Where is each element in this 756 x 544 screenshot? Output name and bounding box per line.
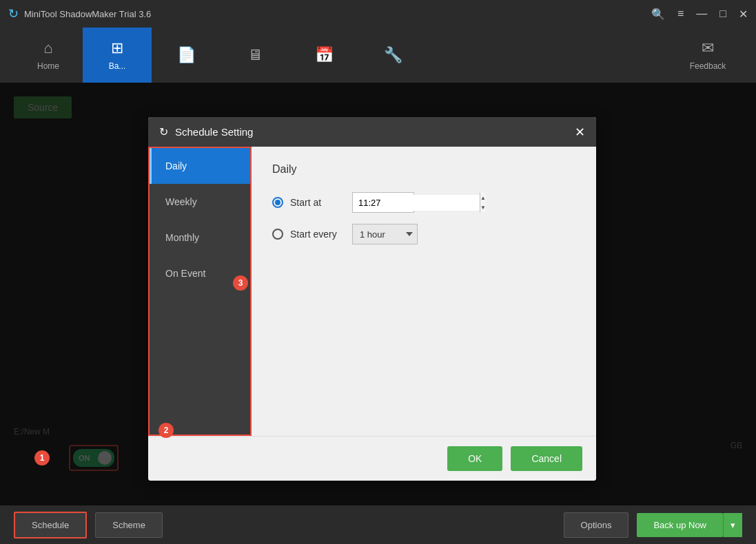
section-title: Daily [272, 163, 575, 176]
title-bar-left: ↻ MiniTool ShadowMaker Trial 3.6 [8, 6, 151, 21]
modal-close-button[interactable]: ✕ [575, 126, 585, 138]
backup-icon: ⊞ [111, 39, 123, 57]
schedule-setting-modal: ↻ Schedule Setting ✕ Daily Weekly Monthl… [148, 117, 596, 481]
bottom-bar: Schedule Scheme Options Back up Now ▾ [0, 505, 756, 544]
tools-icon: 🔧 [384, 46, 402, 64]
modal-content-area: Daily Start at ▲ ▼ [252, 147, 596, 436]
nav-label-backup: Ba... [109, 61, 126, 71]
nav-item-tools[interactable]: 🔧 [358, 28, 427, 83]
title-bar: ↻ MiniTool ShadowMaker Trial 3.6 🔍 ≡ — □… [0, 0, 756, 28]
backup-group: Back up Now ▾ [637, 513, 742, 537]
nav-label-home: Home [37, 61, 59, 71]
hour-select[interactable]: 1 hour 2 hours 3 hours 4 hours 6 hours 1… [352, 224, 418, 244]
start-every-radio[interactable] [272, 229, 283, 240]
backup-dropdown-button[interactable]: ▾ [723, 513, 742, 537]
time-input[interactable] [353, 195, 480, 211]
annotation-badge-1: 1 [34, 450, 50, 465]
sidebar-item-daily[interactable]: Daily [150, 148, 250, 184]
app-logo: ↻ [8, 6, 19, 21]
nav-item-backup[interactable]: ⊞ Ba... [83, 28, 152, 83]
connect-icon: 🖥 [247, 46, 263, 64]
nav-item-connect[interactable]: 🖥 [221, 28, 289, 83]
schedule-icon: 📅 [315, 46, 334, 64]
minimize-icon[interactable]: — [696, 8, 707, 20]
start-at-radio[interactable] [272, 197, 283, 208]
nav-label-feedback: Feedback [690, 61, 726, 71]
time-spinners: ▲ ▼ [480, 193, 486, 212]
nav-item-restore[interactable]: 📄 [152, 28, 221, 83]
time-down-button[interactable]: ▼ [480, 202, 486, 212]
home-icon: ⌂ [43, 39, 52, 57]
feedback-icon: ✉ [702, 39, 714, 57]
start-at-option: Start at ▲ ▼ [272, 192, 575, 213]
nav-item-home[interactable]: ⌂ Home [14, 28, 83, 83]
main-content: Source GB E:/New M 2 ON 3 ↻ Schedule Set… [0, 83, 756, 505]
annotation-badge-2: 2 [159, 423, 174, 438]
schedule-options: Start at ▲ ▼ Start every [272, 192, 575, 244]
window-close-icon[interactable]: ✕ [739, 8, 748, 21]
modal-sidebar: Daily Weekly Monthly On Event [148, 147, 252, 436]
modal-icon: ↻ [159, 125, 168, 138]
maximize-icon[interactable]: □ [719, 8, 726, 20]
time-input-wrapper: ▲ ▼ [352, 192, 414, 213]
modal-footer: OK Cancel [148, 436, 596, 481]
sidebar-item-weekly[interactable]: Weekly [150, 184, 250, 220]
search-icon[interactable]: 🔍 [651, 8, 665, 21]
cancel-button[interactable]: Cancel [511, 446, 582, 471]
nav-item-feedback[interactable]: ✉ Feedback [673, 28, 742, 83]
start-every-option: Start every 1 hour 2 hours 3 hours 4 hou… [272, 224, 575, 244]
nav-bar: ⌂ Home ⊞ Ba... 📄 🖥 📅 🔧 ✉ Feedback [0, 28, 756, 83]
schedule-button[interactable]: Schedule [14, 512, 87, 538]
title-bar-right: 🔍 ≡ — □ ✕ [651, 8, 748, 21]
start-every-label: Start every [290, 229, 345, 240]
ok-button[interactable]: OK [447, 446, 502, 471]
modal-header: ↻ Schedule Setting ✕ [148, 117, 596, 147]
options-button[interactable]: Options [564, 512, 629, 538]
dropdown-icon: ▾ [731, 520, 735, 530]
sidebar-item-monthly[interactable]: Monthly [150, 220, 250, 255]
menu-icon[interactable]: ≡ [677, 8, 684, 20]
time-up-button[interactable]: ▲ [480, 193, 486, 202]
annotation-badge-3: 3 [233, 275, 248, 291]
restore-icon: 📄 [177, 46, 196, 64]
start-at-label: Start at [290, 197, 345, 208]
modal-title: Schedule Setting [175, 126, 568, 138]
app-title: MiniTool ShadowMaker Trial 3.6 [24, 9, 151, 19]
backup-now-button[interactable]: Back up Now [637, 513, 723, 537]
nav-item-schedule[interactable]: 📅 [289, 28, 358, 83]
scheme-button[interactable]: Scheme [95, 512, 163, 538]
modal-body: Daily Weekly Monthly On Event Daily [148, 147, 596, 436]
